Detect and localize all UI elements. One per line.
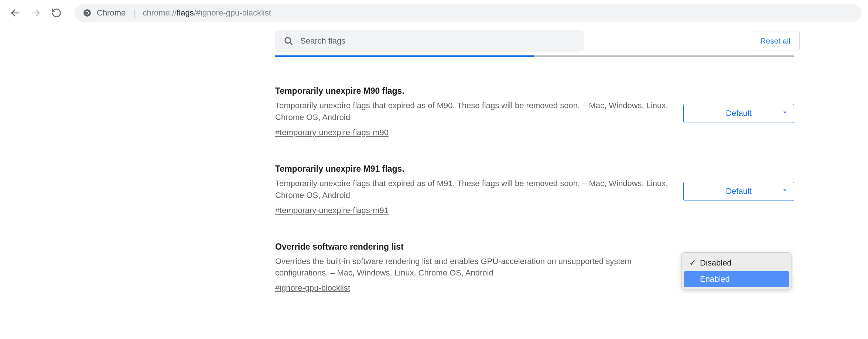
- flag-description: Temporarily unexpire flags that expired …: [275, 178, 669, 201]
- search-flags-input[interactable]: [300, 36, 576, 46]
- dropdown-option-label: Enabled: [700, 274, 730, 284]
- dropdown-option-label: Disabled: [700, 258, 732, 268]
- dropdown-menu: ✓ Disabled ✓ Enabled: [681, 252, 792, 290]
- reload-button[interactable]: [50, 7, 63, 19]
- browser-toolbar: Chrome | chrome://flags/#ignore-gpu-blac…: [0, 0, 868, 26]
- flag-title: Temporarily unexpire M91 flags.: [275, 164, 669, 174]
- chrome-icon: [83, 8, 92, 17]
- flags-list: Temporarily unexpire M90 flags. Temporar…: [275, 57, 794, 293]
- flag-select[interactable]: Default: [683, 104, 794, 123]
- omnibox[interactable]: Chrome | chrome://flags/#ignore-gpu-blac…: [75, 4, 861, 22]
- search-flags-box[interactable]: [275, 30, 584, 52]
- arrow-right-icon: [31, 8, 41, 18]
- tab-indicator: [275, 55, 794, 57]
- flag-row: Override software rendering list Overrid…: [275, 242, 794, 293]
- flag-description: Overrides the built-in software renderin…: [275, 256, 666, 279]
- flag-anchor-link[interactable]: #ignore-gpu-blocklist: [275, 283, 350, 293]
- tab-unavailable[interactable]: [534, 55, 794, 57]
- arrow-left-icon: [10, 8, 20, 18]
- flag-select-value: Default: [726, 109, 752, 118]
- flag-select-value: Default: [726, 186, 752, 196]
- svg-line-6: [290, 42, 292, 45]
- flag-select[interactable]: Default: [683, 182, 794, 201]
- search-icon: [283, 36, 294, 46]
- flag-title: Override software rendering list: [275, 242, 666, 252]
- tab-available[interactable]: [275, 55, 534, 57]
- dropdown-option-disabled[interactable]: ✓ Disabled: [684, 255, 789, 271]
- flag-anchor-link[interactable]: #temporary-unexpire-flags-m90: [275, 128, 389, 137]
- dropdown-option-enabled[interactable]: ✓ Enabled: [684, 271, 789, 287]
- chevron-down-icon: [781, 186, 789, 196]
- omnibox-site-label: Chrome: [97, 8, 126, 18]
- chevron-down-icon: [781, 109, 789, 118]
- flag-select-border: [791, 256, 794, 275]
- svg-point-4: [86, 12, 88, 14]
- omnibox-url: chrome://flags/#ignore-gpu-blacklist: [143, 8, 271, 18]
- forward-button[interactable]: [30, 7, 42, 19]
- flag-anchor-link[interactable]: #temporary-unexpire-flags-m91: [275, 206, 389, 215]
- check-icon: ✓: [689, 258, 696, 268]
- flag-row: Temporarily unexpire M90 flags. Temporar…: [275, 86, 794, 137]
- flag-row: Temporarily unexpire M91 flags. Temporar…: [275, 164, 794, 215]
- flag-select-open: ✓ Disabled ✓ Enabled: [681, 252, 794, 290]
- omnibox-separator: |: [131, 8, 137, 18]
- back-button[interactable]: [9, 7, 21, 19]
- flag-title: Temporarily unexpire M90 flags.: [275, 86, 669, 96]
- flags-header: Reset all: [0, 26, 868, 57]
- reset-all-button[interactable]: Reset all: [751, 31, 800, 51]
- reload-icon: [51, 8, 62, 18]
- flag-description: Temporarily unexpire flags that expired …: [275, 100, 669, 123]
